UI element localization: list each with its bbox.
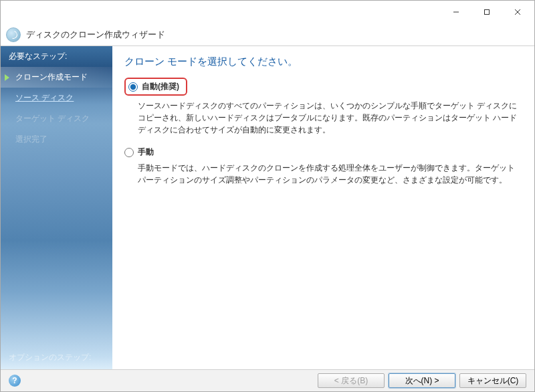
close-button[interactable]: [502, 2, 533, 22]
cancel-button[interactable]: キャンセル(C): [459, 373, 526, 388]
step-label: 選択完了: [15, 134, 47, 144]
step-label: ターゲット ディスク: [15, 114, 90, 123]
header: ディスクのクローン作成ウィザード: [1, 23, 534, 46]
help-icon[interactable]: ?: [9, 375, 21, 387]
radio-manual[interactable]: 手動: [124, 146, 154, 158]
svg-rect-1: [485, 10, 490, 15]
next-button[interactable]: 次へ(N) >: [389, 373, 455, 388]
minimize-button[interactable]: [441, 2, 471, 22]
step-label: クローン作成モード: [15, 72, 88, 82]
radio-automatic-input[interactable]: [128, 82, 138, 92]
option-automatic: 自動(推奨): [124, 78, 518, 96]
radio-manual-input[interactable]: [124, 148, 134, 157]
main-panel: クローン モードを選択してください。 自動(推奨) ソースハードディスクのすべて…: [112, 46, 534, 370]
footer: ? < 戻る(B) 次へ(N) > キャンセル(C): [1, 369, 534, 391]
option-automatic-desc: ソースハードディスクのすべてのパーティションは、いくつかのシンプルな手順でターゲ…: [138, 100, 518, 136]
window-title: ディスクのクローン作成ウィザード: [26, 29, 165, 41]
sidebar: 必要なステップ: クローン作成モード ソース ディスク ターゲット ディスク 選…: [1, 46, 112, 370]
step-source-disk[interactable]: ソース ディスク: [1, 88, 112, 108]
radio-automatic[interactable]: 自動(推奨): [128, 81, 179, 92]
titlebar: [1, 1, 534, 23]
app-logo-icon: [6, 27, 21, 42]
wizard-window: ディスクのクローン作成ウィザード 必要なステップ: クローン作成モード ソース …: [0, 0, 535, 392]
step-finish: 選択完了: [1, 129, 112, 150]
step-clone-mode: クローン作成モード: [1, 67, 112, 88]
option-label: 自動(推奨): [142, 81, 179, 92]
page-title: クローン モードを選択してください。: [124, 56, 518, 68]
step-target-disk: ターゲット ディスク: [1, 108, 112, 129]
body: 必要なステップ: クローン作成モード ソース ディスク ターゲット ディスク 選…: [1, 46, 534, 370]
highlighted-option: 自動(推奨): [124, 78, 187, 96]
option-manual-desc: 手動モードでは、ハードディスクのクローンを作成する処理全体をユーザーが制御できま…: [138, 162, 518, 186]
option-label: 手動: [138, 146, 154, 158]
back-button: < 戻る(B): [318, 373, 385, 388]
option-manual: 手動: [124, 146, 518, 158]
maximize-button[interactable]: [471, 2, 502, 22]
step-link[interactable]: ソース ディスク: [15, 93, 74, 102]
sidebar-footer: オプションのステップ:: [9, 352, 91, 363]
sidebar-header: 必要なステップ:: [1, 46, 112, 67]
